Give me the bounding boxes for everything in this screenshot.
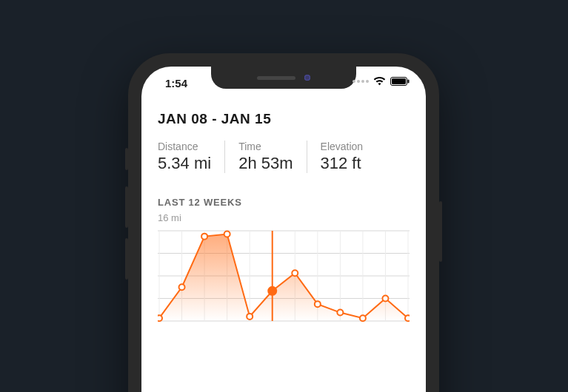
phone-frame: 1:54 JAN [128, 53, 439, 392]
stat-distance-value: 5.34 mi [158, 154, 211, 173]
stat-time-label: Time [238, 141, 293, 152]
phone-screen: 1:54 JAN [141, 67, 426, 392]
svg-point-31 [382, 296, 388, 302]
stat-distance-label: Distance [158, 141, 211, 152]
status-time: 1:54 [165, 77, 187, 89]
chart-y-top-label: 16 mi [158, 212, 410, 223]
side-button-silence [125, 148, 128, 170]
side-button-power [439, 201, 442, 262]
chart-section-title: LAST 12 WEEKS [158, 197, 410, 208]
stats-row: Distance 5.34 mi Time 2h 53m Elevation 3… [158, 141, 410, 173]
svg-point-28 [315, 301, 321, 307]
side-button-vol-down [125, 238, 128, 280]
svg-point-24 [224, 232, 230, 237]
stat-distance[interactable]: Distance 5.34 mi [158, 141, 224, 173]
svg-point-32 [405, 315, 410, 321]
side-button-vol-up [125, 186, 128, 228]
svg-rect-1 [392, 78, 406, 84]
svg-point-30 [360, 315, 366, 321]
wifi-icon [373, 77, 386, 86]
status-right [353, 77, 410, 86]
stat-time[interactable]: Time 2h 53m [224, 141, 306, 173]
svg-point-23 [201, 234, 207, 240]
status-bar: 1:54 [141, 67, 426, 99]
content-area: JAN 08 - JAN 15 Distance 5.34 mi Time 2h… [141, 99, 426, 324]
svg-point-25 [247, 314, 253, 320]
svg-point-21 [158, 315, 162, 321]
stat-elevation-label: Elevation [321, 141, 364, 152]
cellular-dots-icon [353, 80, 369, 83]
svg-point-29 [337, 310, 343, 316]
svg-point-27 [292, 270, 298, 276]
svg-rect-2 [408, 80, 410, 84]
stat-elevation[interactable]: Elevation 312 ft [307, 141, 377, 173]
svg-point-22 [179, 284, 185, 290]
stat-time-value: 2h 53m [238, 154, 293, 173]
stat-elevation-value: 312 ft [321, 154, 364, 173]
distance-chart[interactable] [158, 228, 410, 324]
date-range-heading: JAN 08 - JAN 15 [158, 111, 410, 127]
svg-point-26 [268, 287, 276, 295]
battery-icon [390, 77, 410, 86]
